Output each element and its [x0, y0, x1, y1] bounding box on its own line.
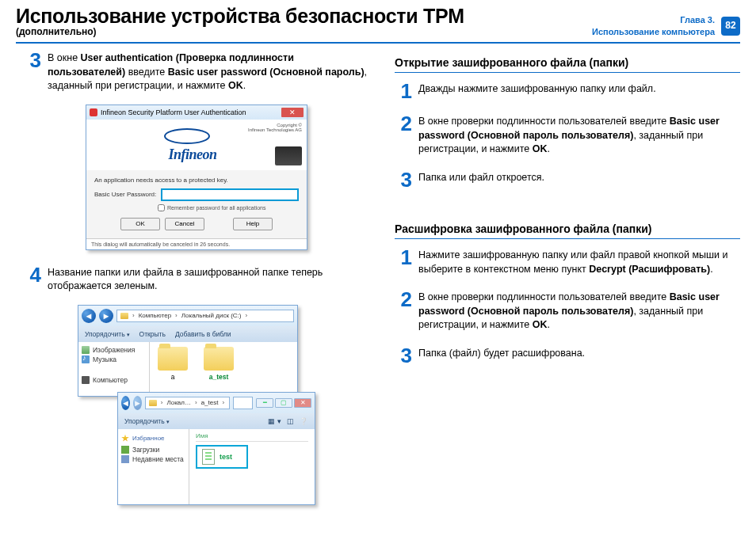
infineon-brand: Infineon [169, 146, 217, 163]
decrypt-step-3: 3 Папка (файл) будет расшифрована. [395, 347, 740, 365]
open-step-2: 2 В окне проверки подлинности пользовате… [395, 115, 740, 157]
left-column: 3 В окне User authentication (Проверка п… [24, 51, 369, 519]
sidebar-item-music[interactable]: Музыка [82, 355, 146, 364]
maximize-button[interactable]: ▢ [275, 398, 292, 408]
decrypt-step-1: 1 Нажмите зашифрованную папку или файл п… [395, 249, 740, 276]
dialog-banner: Infineon Copyright © Infineon Technologi… [86, 120, 307, 170]
close-button[interactable]: ✕ [281, 108, 304, 117]
page-header: Использование устройства безопасности TP… [0, 0, 756, 40]
folder-a[interactable]: a [158, 347, 188, 391]
close-button[interactable]: ✕ [294, 398, 311, 408]
header-rule [16, 42, 740, 44]
step-text: В окне проверки подлинности пользователе… [418, 115, 740, 157]
explorer-sidebar: Изображения Музыка Компьютер [78, 342, 150, 396]
decrypt-step-2: 2 В окне проверки подлинности пользовате… [395, 291, 740, 333]
computer-icon [82, 376, 90, 384]
page-number-badge: 82 [721, 17, 740, 36]
remember-label: Remember password for all applications [167, 205, 266, 211]
folder-icon [204, 347, 234, 371]
step-4: 4 Название папки или файла в зашифрованн… [24, 266, 369, 294]
ok-button[interactable]: OK [120, 218, 160, 230]
step-number: 1 [395, 82, 412, 101]
toolbar-organize[interactable]: Упорядочить [124, 417, 170, 425]
title-block: Использование устройства безопасности TP… [16, 5, 464, 37]
sidebar-item-computer[interactable]: Компьютер [82, 375, 146, 385]
downloads-icon [121, 446, 129, 454]
chapter-info: Глава 3. Использование компьютера 82 [592, 14, 740, 37]
address-bar[interactable]: Компьютер Локальный диск (C:) [116, 310, 294, 322]
sidebar-item-pictures[interactable]: Изображения [82, 345, 146, 355]
section-decrypt-title: Расшифровка зашифрованного файла (папки) [395, 222, 740, 235]
dialog-footer: This dialog will automatically be cancel… [86, 238, 307, 249]
chapter-line2: Использование компьютера [592, 26, 715, 37]
file-pane: a a_test [150, 342, 297, 396]
back-nav-icon[interactable]: ◄ [121, 396, 130, 410]
search-input[interactable] [233, 397, 253, 409]
minimize-button[interactable]: ━ [256, 398, 273, 408]
step-3: 3 В окне User authentication (Проверка п… [24, 51, 369, 93]
dialog-titlebar: Infineon Security Platform User Authenti… [86, 105, 307, 120]
infineon-logo-icon [163, 127, 211, 145]
star-icon [121, 435, 129, 443]
step-number: 1 [395, 249, 412, 276]
section-open-title: Открытие зашифрованного файла (папки) [395, 56, 740, 69]
folder-icon [120, 313, 128, 319]
auth-dialog-screenshot: Infineon Security Platform User Authenti… [86, 105, 307, 250]
document-icon [202, 449, 215, 465]
sidebar-recent[interactable]: Недавние места [121, 454, 185, 464]
column-name[interactable]: Имя [196, 432, 308, 442]
chip-icon [275, 146, 302, 165]
forward-nav-icon[interactable]: ► [133, 396, 142, 410]
page-subtitle: (дополнительно) [16, 26, 464, 37]
step-text: В окне User authentication (Проверка под… [48, 51, 369, 93]
step-number: 3 [395, 347, 412, 365]
step-text: Название папки или файла в зашифрованной… [48, 266, 369, 294]
explorer-sidebar: Избранное Загрузки Недавние места [118, 429, 189, 504]
file-list: Имя test [189, 429, 315, 504]
svg-point-0 [165, 129, 209, 143]
sidebar-downloads[interactable]: Загрузки [121, 445, 185, 454]
section-rule [395, 72, 740, 73]
step-number: 2 [395, 291, 412, 333]
chapter-line1: Глава 3. [680, 14, 715, 25]
music-icon [82, 355, 90, 363]
step-number: 3 [395, 171, 412, 189]
folder-a-test[interactable]: a_test [204, 347, 234, 391]
step-text: В окне проверки подлинности пользователе… [418, 291, 740, 333]
toolbar-organize[interactable]: Упорядочить [85, 330, 130, 338]
recent-icon [121, 455, 129, 463]
explorer-screenshot-stack: ◄ ► Компьютер Локальный диск (C:) Упоряд [78, 305, 315, 503]
toolbar-open[interactable]: Открыть [139, 330, 166, 338]
forward-nav-icon[interactable]: ► [99, 309, 113, 323]
step-text: Дважды нажмите зашифрованную папку или ф… [418, 82, 656, 101]
folder-icon [158, 347, 188, 371]
sidebar-favorites[interactable]: Избранное [121, 434, 185, 443]
copyright: Copyright © Infineon Technologies AG [248, 123, 302, 133]
open-step-1: 1 Дважды нажмите зашифрованную папку или… [395, 82, 740, 101]
step-text: Нажмите зашифрованную папку или файл пра… [418, 249, 740, 276]
folder-icon [149, 400, 157, 406]
page-title: Использование устройства безопасности TP… [16, 5, 464, 28]
step-number: 2 [395, 115, 412, 157]
toolbar-addlib[interactable]: Добавить в библи [175, 330, 231, 338]
password-input[interactable] [161, 188, 299, 201]
dialog-message: An application needs access to a protect… [94, 177, 299, 184]
file-test[interactable]: test [196, 445, 248, 469]
pictures-icon [82, 346, 90, 354]
open-step-3: 3 Папка или файл откроется. [395, 171, 740, 189]
password-label: Basic User Password: [94, 191, 156, 198]
explorer-window-back: ◄ ► Компьютер Локальный диск (C:) Упоряд [78, 305, 298, 397]
right-column: Открытие зашифрованного файла (папки) 1 … [395, 51, 740, 519]
step-text: Папка или файл откроется. [418, 171, 544, 189]
step-number: 4 [24, 266, 41, 294]
back-nav-icon[interactable]: ◄ [82, 309, 96, 323]
address-bar[interactable]: Локал… a_test [145, 397, 230, 409]
step-number: 3 [24, 51, 41, 93]
shield-icon [90, 108, 97, 116]
explorer-window-front: ◄ ► Локал… a_test ━ [117, 392, 315, 505]
dialog-title: Infineon Security Platform User Authenti… [101, 108, 246, 116]
help-button[interactable]: Help [233, 218, 273, 230]
section-rule [395, 238, 740, 239]
remember-checkbox[interactable] [158, 204, 165, 211]
cancel-button[interactable]: Cancel [165, 218, 204, 230]
